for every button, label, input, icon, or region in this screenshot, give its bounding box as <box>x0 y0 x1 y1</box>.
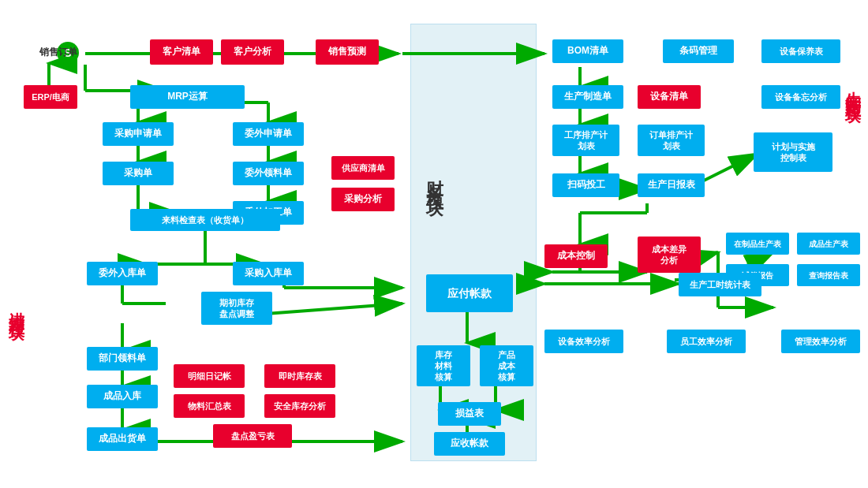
sales-order-label: 销售订单 <box>39 46 77 59</box>
accounts-receivable-box: 应收帐款 <box>434 432 505 456</box>
realtime-inventory-box: 即时库存表 <box>264 364 335 388</box>
finished-list-box: 成品生产表 <box>797 233 860 255</box>
cost-variance-box: 成本差异分析 <box>638 237 701 273</box>
finance-module-label: 财务模块 <box>423 166 447 191</box>
main-container: S 销售订单 ERP/电商 客户清单 客户分析 销售预测 MRP运算 采购申请单… <box>0 0 868 488</box>
right-label: 生产制造模块 <box>843 79 864 98</box>
mrp-box: MRP运算 <box>130 85 245 109</box>
detail-ledger-box: 明细日记帐 <box>174 364 245 388</box>
supplier-list-box: 供应商清单 <box>331 156 395 180</box>
equipment-efficiency-box: 设备效率分析 <box>544 330 623 353</box>
product-cost-box: 产品成本核算 <box>480 345 533 386</box>
equipment-backup-box: 设备备忘分析 <box>761 85 840 109</box>
customer-analysis-box: 客户分析 <box>221 39 284 65</box>
scan-work-box: 扫码投工 <box>552 173 619 197</box>
management-efficiency-box: 管理效率分析 <box>781 330 860 353</box>
customer-list-box: 客户清单 <box>150 39 213 65</box>
cost-control-box: 成本控制 <box>544 244 608 268</box>
incoming-inspection-box: 来料检查表（收货单） <box>130 209 280 231</box>
inventory-cost-box: 库存材料核算 <box>417 345 470 386</box>
profit-loss-box: 损益表 <box>438 402 501 426</box>
plan-control-box: 计划与实施控制表 <box>754 132 832 172</box>
order-schedule-box: 订单排产计划表 <box>638 125 705 156</box>
finance-column <box>410 24 537 461</box>
sales-forecast-box: 销售预测 <box>316 39 379 65</box>
inventory-profit-loss-box: 盘点盈亏表 <box>213 424 292 448</box>
erp-ecommerce-box: ERP/电商 <box>24 85 77 109</box>
daily-report-box: 生产日报表 <box>638 173 705 197</box>
dept-material-box: 部门领料单 <box>87 347 158 371</box>
production-hours-box: 生产工时统计表 <box>679 273 761 296</box>
equipment-maintenance-box: 设备保养表 <box>761 39 840 63</box>
material-summary-box: 物料汇总表 <box>174 394 245 418</box>
wip-list-box: 在制品生产表 <box>726 233 789 255</box>
accounts-payable-box: 应付帐款 <box>426 274 513 312</box>
barcode-mgmt-box: 条码管理 <box>663 39 734 63</box>
employee-efficiency-box: 员工效率分析 <box>667 330 746 353</box>
inventory-adjustment-box: 期初库存盘点调整 <box>201 292 272 325</box>
left-label: 进销存模块 <box>6 300 28 315</box>
purchase-order-box: 采购单 <box>103 162 174 185</box>
outsource-warehouse-box: 委外入库单 <box>87 262 158 285</box>
bom-list-box: BOM清单 <box>552 39 623 63</box>
purchase-warehouse-box: 采购入库单 <box>233 262 304 285</box>
query-report-box: 查询报告表 <box>797 264 860 286</box>
process-schedule-box: 工序排产计划表 <box>552 125 619 156</box>
safety-inventory-box: 安全库存分析 <box>264 394 335 418</box>
outsource-request-box: 委外申请单 <box>233 122 304 146</box>
production-order-box: 生产制造单 <box>552 85 623 109</box>
finished-goods-in-box: 成品入库 <box>87 385 158 408</box>
purchase-request-box: 采购申请单 <box>103 122 174 146</box>
outsource-material-box: 委外领料单 <box>233 162 304 185</box>
finished-goods-out-box: 成品出货单 <box>87 427 158 451</box>
equipment-list-box: 设备清单 <box>638 85 701 109</box>
purchase-analysis-box: 采购分析 <box>331 188 395 211</box>
